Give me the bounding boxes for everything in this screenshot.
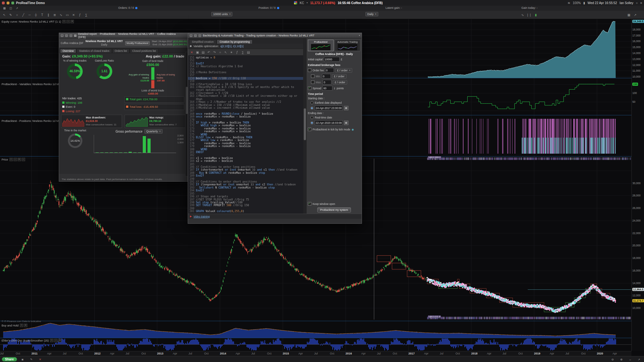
expand-icon[interactable]: ↗ bbox=[14, 5, 20, 11]
code-line[interactable]: 169once renkoMin = renkoMax - boxSize bbox=[188, 115, 303, 118]
code-line[interactable]: 199SET TARGET PPROFIT 500 //Orig 150 bbox=[188, 204, 303, 207]
notes-icon[interactable]: ✎ bbox=[28, 357, 35, 362]
sigma-icon[interactable]: ∑ bbox=[240, 50, 245, 55]
position-indicator-icon[interactable] bbox=[277, 7, 279, 9]
cursor-tool-icon[interactable]: ↖ bbox=[1, 12, 8, 18]
code-line[interactable]: 151optimise = 0 bbox=[188, 56, 303, 59]
bar-chart-icon[interactable]: ❘❘ bbox=[526, 12, 532, 18]
min-fee-checkbox[interactable] bbox=[311, 74, 314, 78]
backtest-titlebar[interactable]: ✕ − ▢ Backtesting & Automatic Trading - … bbox=[188, 33, 362, 38]
panel-settings-icon[interactable]: + bbox=[62, 20, 66, 23]
panel-properties-icon[interactable]: ▫ bbox=[14, 158, 17, 161]
redo-icon[interactable]: ↷ bbox=[212, 50, 217, 55]
share-button[interactable]: Share bbox=[2, 357, 17, 361]
search-icon[interactable]: ○ bbox=[636, 1, 638, 5]
order-fee-checkbox[interactable] bbox=[308, 69, 311, 72]
window-minimize-icon[interactable] bbox=[7, 2, 9, 4]
candlestick-chart-icon[interactable]: ▮ bbox=[533, 12, 539, 18]
end-date-field[interactable]: 22-Apr-2020 16:03:09 bbox=[315, 120, 343, 125]
close-drawing-icon[interactable]: ✕ bbox=[37, 357, 43, 362]
eraser-tool-icon[interactable]: ▭ bbox=[64, 12, 70, 18]
spread-input[interactable] bbox=[322, 86, 332, 90]
window-arrange-icon[interactable]: ▦ bbox=[626, 12, 632, 18]
code-line[interactable]: 193 Sellshort N CONTRACT at renkoMin - b… bbox=[188, 186, 303, 189]
code-line[interactable]: 188 Buy N CONTRACT at renkoMax + boxSize… bbox=[188, 172, 303, 174]
code-line[interactable]: 184c2 = renkoMin - boxSize bbox=[188, 160, 303, 162]
undo-icon[interactable]: ↶ bbox=[206, 50, 211, 55]
report-tab-orders-list[interactable]: Orders list bbox=[112, 49, 130, 53]
code-editor[interactable]: 151optimise = 0152 153EndIf154// Heurist… bbox=[188, 56, 303, 214]
calendar-icon[interactable]: ▦ bbox=[344, 121, 348, 125]
panel-close-icon[interactable]: ✕ bbox=[18, 158, 21, 161]
code-scrollbar[interactable] bbox=[303, 38, 307, 214]
instrument-code[interactable]: KC bbox=[300, 1, 304, 5]
panel-settings-icon[interactable]: + bbox=[20, 324, 23, 327]
end-date-radio[interactable] bbox=[310, 121, 314, 124]
trash-tool-icon[interactable]: ✕ bbox=[70, 12, 77, 18]
code-line[interactable]: 201GRAPH ValueX coloured(0,255,0) bbox=[188, 210, 303, 213]
tab-simplified-creation[interactable]: Simplified creation bbox=[189, 40, 216, 44]
maximize-icon[interactable]: ▢ bbox=[69, 34, 72, 37]
variable-optimization-row[interactable]: ✱ Variable optimization: q[2;10][1], r[1… bbox=[188, 44, 303, 49]
tab-creation-by-programming[interactable]: Creation by programming bbox=[217, 40, 253, 44]
initial-capital-input[interactable] bbox=[324, 57, 340, 62]
tab-probacktest[interactable]: ProBacktest bbox=[308, 40, 334, 51]
spread-stepper[interactable]: ▲▼ bbox=[334, 87, 335, 90]
panel-minimize-icon[interactable]: ▫ bbox=[66, 20, 70, 23]
function-icon[interactable]: ƒ bbox=[235, 50, 240, 55]
report-titlebar[interactable]: ✕ − ▢ ▤ Detailed reportProBacktestNneles… bbox=[59, 33, 189, 38]
backtesting-window[interactable]: ✕ − ▢ Backtesting & Automatic Trading - … bbox=[188, 33, 362, 224]
cursor-icon[interactable]: ↖ bbox=[223, 50, 228, 55]
user-name[interactable]: Ian Solley bbox=[619, 1, 633, 5]
max-fee-input[interactable] bbox=[323, 80, 331, 85]
code-line[interactable]: 189EndIf bbox=[188, 174, 303, 177]
modify-probacktest-button[interactable]: Modify ProBacktest bbox=[125, 41, 150, 45]
cross-tool-icon[interactable]: ┼ bbox=[33, 12, 39, 18]
indicator-tool-icon[interactable]: ƒ bbox=[77, 12, 83, 18]
minimize-icon[interactable]: − bbox=[65, 34, 68, 37]
paste-icon[interactable]: ▤ bbox=[201, 50, 206, 55]
order-fee-unit-select[interactable]: £ / order▾ bbox=[335, 68, 352, 73]
code-line[interactable]: 180 WEND bbox=[188, 148, 303, 151]
price-scale[interactable]: 18,00017,00016,00015,00014,00013,00012,0… bbox=[631, 19, 644, 351]
text-tool-icon[interactable]: T bbox=[39, 12, 45, 18]
report-tab-overview[interactable]: Overview bbox=[60, 49, 76, 53]
window-zoom-icon[interactable] bbox=[11, 2, 14, 4]
tab-automatic-trading[interactable]: Automatic Trading bbox=[335, 40, 360, 51]
split-view-icon[interactable]: ◫ bbox=[8, 5, 14, 11]
start-date-radio[interactable] bbox=[310, 107, 314, 110]
panel-close-icon[interactable]: ✕ bbox=[70, 20, 74, 23]
max-fee-checkbox[interactable] bbox=[311, 80, 314, 84]
zigzag-tool-icon[interactable]: ∿ bbox=[58, 12, 64, 18]
panel-close-icon[interactable]: ✕ bbox=[58, 339, 62, 342]
gross-period-select[interactable]: Quarterly▾ bbox=[144, 129, 163, 134]
order-fee-input[interactable] bbox=[325, 68, 334, 73]
code-line[interactable]: 163//MaxIncrement = 10 //10 Limit of no … bbox=[188, 95, 303, 101]
start-date-field[interactable]: 24-Apr-2017 23:00:00 bbox=[315, 106, 343, 110]
panel-settings-icon[interactable]: + bbox=[50, 339, 53, 342]
code-line[interactable]: 181ENDIF bbox=[188, 151, 303, 154]
window-info-icon[interactable]: ◔ bbox=[358, 34, 360, 37]
window-close-icon[interactable] bbox=[2, 2, 5, 4]
search-icon[interactable]: ○ bbox=[218, 50, 223, 55]
code-line[interactable]: 194EndIf bbox=[188, 189, 303, 192]
line-tool-icon[interactable]: ╱ bbox=[20, 12, 26, 18]
delete-icon[interactable]: ✕ bbox=[189, 50, 194, 55]
zoom-out-icon[interactable]: ⊖ bbox=[609, 357, 616, 362]
realtime-date-radio[interactable] bbox=[310, 116, 314, 119]
code-line[interactable]: 156//Renko Definitions bbox=[188, 71, 303, 74]
line-chart-icon[interactable]: ∿ bbox=[519, 12, 526, 18]
panel-settings-icon[interactable]: + bbox=[9, 158, 13, 161]
close-icon[interactable]: ✕ bbox=[190, 34, 192, 37]
channel-tool-icon[interactable]: ∥ bbox=[45, 12, 52, 18]
tick-mode-checkbox[interactable] bbox=[308, 128, 311, 131]
calendar-icon[interactable]: ▦ bbox=[344, 106, 348, 110]
code-line[interactable]: 161//ResetPeriod = 0.5 //0.5 Specify no … bbox=[188, 86, 303, 92]
zoom-in-icon[interactable]: ⊕ bbox=[618, 357, 625, 362]
fit-chart-icon[interactable]: ↔ bbox=[627, 357, 633, 362]
spread-checkbox[interactable] bbox=[308, 86, 311, 90]
maximize-icon[interactable]: ▢ bbox=[198, 34, 201, 37]
minimize-icon[interactable]: − bbox=[194, 34, 197, 37]
chevron-down-icon[interactable]: ▾ bbox=[307, 2, 308, 4]
window-expand-icon[interactable]: ↗ bbox=[632, 12, 638, 18]
